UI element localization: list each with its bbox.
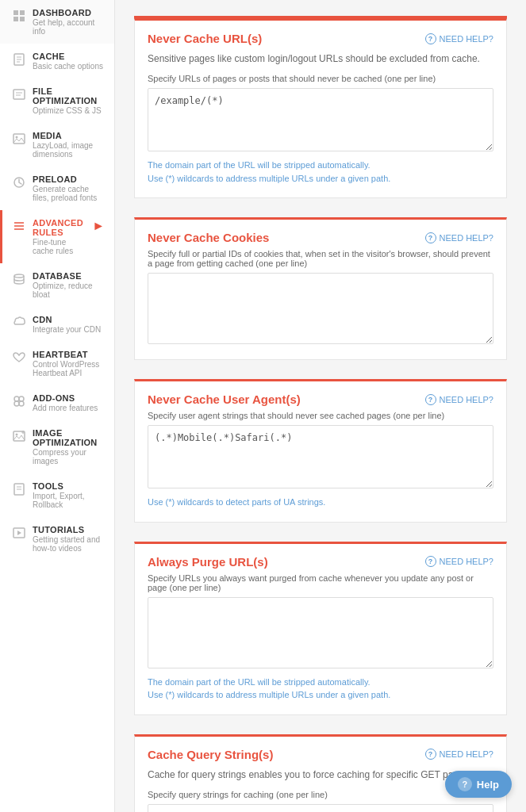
sidebar-item-subtitle-dashboard: Get help, account info bbox=[33, 18, 105, 36]
sidebar-item-advanced-rules[interactable]: ADVANCED RULESFine-tune cache rules► bbox=[0, 210, 114, 263]
sidebar-item-title-media: MEDIA bbox=[33, 131, 105, 140]
need-help-never-cache-cookies[interactable]: ?NEED HELP? bbox=[425, 232, 493, 243]
sidebar-item-subtitle-preload: Generate cache files, preload fonts bbox=[33, 185, 105, 202]
field-label-never-cache-user-agent: Specify user agent strings that should n… bbox=[148, 411, 493, 420]
textarea-never-cache-urls[interactable] bbox=[148, 88, 493, 151]
textarea-never-cache-cookies[interactable] bbox=[148, 273, 493, 344]
need-help-icon-cache-query-strings: ? bbox=[425, 749, 436, 760]
section-header-never-cache-urls: Never Cache URL(s)?NEED HELP? bbox=[135, 21, 506, 50]
need-help-cache-query-strings[interactable]: ?NEED HELP? bbox=[425, 749, 493, 760]
sidebar-item-title-preload: PRELOAD bbox=[33, 174, 105, 184]
section-always-purge-urls: Always Purge URL(s)?NEED HELP?Specify UR… bbox=[134, 542, 507, 715]
sidebar-item-subtitle-database: Optimize, reduce bloat bbox=[33, 282, 105, 299]
svg-point-18 bbox=[14, 396, 19, 401]
textarea-always-purge-urls[interactable] bbox=[148, 597, 493, 668]
need-help-label-never-cache-urls: NEED HELP? bbox=[440, 34, 493, 44]
database-icon bbox=[12, 272, 26, 286]
section-title-never-cache-cookies: Never Cache Cookies bbox=[148, 231, 269, 244]
tutorials-icon bbox=[12, 526, 26, 540]
section-desc-never-cache-urls: Sensitive pages like custom login/logout… bbox=[135, 50, 506, 74]
need-help-icon-never-cache-urls: ? bbox=[425, 33, 436, 44]
svg-point-17 bbox=[14, 274, 24, 278]
sidebar-item-title-file-optimization: FILE OPTIMIZATION bbox=[33, 86, 105, 105]
sidebar: DASHBOARDGet help, account infoCACHEBasi… bbox=[0, 0, 115, 812]
sidebar-item-cdn[interactable]: CDNIntegrate your CDN bbox=[0, 307, 114, 342]
sidebar-item-dashboard[interactable]: DASHBOARDGet help, account info bbox=[0, 0, 114, 44]
sidebar-item-subtitle-advanced-rules: Fine-tune cache rules bbox=[33, 238, 86, 255]
sidebar-item-title-add-ons: ADD-ONS bbox=[33, 393, 105, 403]
section-header-cache-query-strings: Cache Query String(s)?NEED HELP? bbox=[135, 737, 506, 766]
svg-rect-0 bbox=[13, 10, 18, 15]
field-label-never-cache-urls: Specify URLs of pages or posts that shou… bbox=[148, 74, 493, 83]
section-header-always-purge-urls: Always Purge URL(s)?NEED HELP? bbox=[135, 544, 506, 573]
need-help-label-never-cache-cookies: NEED HELP? bbox=[440, 233, 493, 243]
preload-icon bbox=[12, 175, 26, 190]
sidebar-item-title-tutorials: TUTORIALS bbox=[33, 525, 105, 534]
sidebar-item-tools[interactable]: TOOLSImport, Export, Rollback bbox=[0, 473, 114, 517]
sidebar-item-title-advanced-rules: ADVANCED RULES bbox=[33, 218, 86, 237]
add-ons-icon bbox=[12, 394, 26, 408]
section-title-cache-query-strings: Cache Query String(s) bbox=[148, 748, 273, 761]
sidebar-item-subtitle-cache: Basic cache options bbox=[33, 62, 105, 71]
sidebar-item-subtitle-tools: Import, Export, Rollback bbox=[33, 492, 105, 509]
textarea-cache-query-strings[interactable] bbox=[148, 804, 493, 813]
section-title-always-purge-urls: Always Purge URL(s) bbox=[148, 555, 268, 569]
need-help-label-never-cache-user-agent: NEED HELP? bbox=[440, 395, 493, 404]
sidebar-item-add-ons[interactable]: ADD-ONSAdd more features bbox=[0, 385, 114, 420]
svg-point-20 bbox=[14, 401, 19, 406]
need-help-always-purge-urls[interactable]: ?NEED HELP? bbox=[425, 556, 493, 567]
need-help-never-cache-user-agent[interactable]: ?NEED HELP? bbox=[425, 394, 493, 405]
sidebar-item-subtitle-heartbeat: Control WordPress Heartbeat API bbox=[33, 360, 105, 377]
sidebar-item-title-heartbeat: HEARTBEAT bbox=[33, 350, 105, 359]
sidebar-item-subtitle-add-ons: Add more features bbox=[33, 404, 105, 412]
svg-rect-11 bbox=[13, 134, 25, 144]
section-never-cache-user-agent: Never Cache User Agent(s)?NEED HELP?Spec… bbox=[134, 379, 507, 523]
section-header-never-cache-cookies: Never Cache Cookies?NEED HELP? bbox=[135, 220, 506, 249]
sidebar-item-tutorials[interactable]: TUTORIALSGetting started and how-to vide… bbox=[0, 517, 114, 561]
sidebar-item-title-tools: TOOLS bbox=[33, 481, 105, 491]
field-label-never-cache-cookies: Specify full or partial IDs of cookies t… bbox=[148, 249, 493, 268]
main-content: Never Cache URL(s)?NEED HELP?Sensitive p… bbox=[115, 0, 526, 812]
sidebar-item-media[interactable]: MEDIALazyLoad, image dimensions bbox=[0, 123, 114, 167]
section-title-never-cache-user-agent: Never Cache User Agent(s) bbox=[148, 393, 301, 406]
sidebar-item-file-optimization[interactable]: FILE OPTIMIZATIONOptimize CSS & JS bbox=[0, 79, 114, 123]
section-never-cache-cookies: Never Cache Cookies?NEED HELP?Specify fu… bbox=[134, 217, 507, 360]
section-title-never-cache-urls: Never Cache URL(s) bbox=[148, 32, 262, 45]
svg-rect-3 bbox=[20, 17, 25, 21]
need-help-icon-always-purge-urls: ? bbox=[425, 556, 436, 567]
svg-rect-2 bbox=[13, 17, 18, 21]
help-fab-icon: ? bbox=[458, 777, 472, 791]
need-help-never-cache-urls[interactable]: ?NEED HELP? bbox=[425, 33, 493, 44]
sidebar-item-title-dashboard: DASHBOARD bbox=[33, 8, 105, 17]
need-help-label-cache-query-strings: NEED HELP? bbox=[440, 749, 493, 759]
section-header-never-cache-user-agent: Never Cache User Agent(s)?NEED HELP? bbox=[135, 381, 506, 411]
help-fab-button[interactable]: ? Help bbox=[445, 771, 512, 798]
sidebar-item-subtitle-media: LazyLoad, image dimensions bbox=[33, 141, 105, 159]
cdn-icon bbox=[12, 316, 26, 330]
sidebar-item-heartbeat[interactable]: HEARTBEATControl WordPress Heartbeat API bbox=[0, 342, 114, 385]
advanced-rules-icon bbox=[12, 219, 26, 233]
svg-point-19 bbox=[19, 396, 24, 401]
svg-rect-1 bbox=[20, 10, 25, 15]
section-body-never-cache-cookies: Specify full or partial IDs of cookies t… bbox=[135, 249, 506, 359]
sidebar-item-title-image-optimization: IMAGE OPTIMIZATION bbox=[33, 428, 105, 447]
svg-marker-28 bbox=[17, 530, 21, 535]
sidebar-item-preload[interactable]: PRELOADGenerate cache files, preload fon… bbox=[0, 167, 114, 210]
sidebar-item-title-cdn: CDN bbox=[33, 315, 105, 324]
sidebar-item-image-optimization[interactable]: IMAGE OPTIMIZATIONCompress your images bbox=[0, 420, 114, 473]
sidebar-item-cache[interactable]: CACHEBasic cache options bbox=[0, 44, 114, 79]
sidebar-item-title-cache: CACHE bbox=[33, 52, 105, 61]
file-optimization-icon bbox=[12, 87, 26, 102]
sidebar-item-subtitle-file-optimization: Optimize CSS & JS bbox=[33, 106, 105, 115]
hint-always-purge-urls: The domain part of the URL will be strip… bbox=[148, 676, 493, 702]
textarea-never-cache-user-agent[interactable] bbox=[148, 425, 493, 488]
need-help-icon-never-cache-cookies: ? bbox=[425, 232, 436, 243]
svg-point-21 bbox=[19, 401, 24, 406]
help-fab-label: Help bbox=[477, 779, 499, 791]
hint-never-cache-user-agent: Use (*) wildcards to detect parts of UA … bbox=[148, 496, 493, 509]
sidebar-item-subtitle-cdn: Integrate your CDN bbox=[33, 325, 105, 334]
sidebar-item-database[interactable]: DATABASEOptimize, reduce bloat bbox=[0, 263, 114, 307]
need-help-label-always-purge-urls: NEED HELP? bbox=[440, 557, 493, 566]
cache-icon bbox=[12, 52, 26, 67]
hint-never-cache-urls: The domain part of the URL will be strip… bbox=[148, 159, 493, 185]
